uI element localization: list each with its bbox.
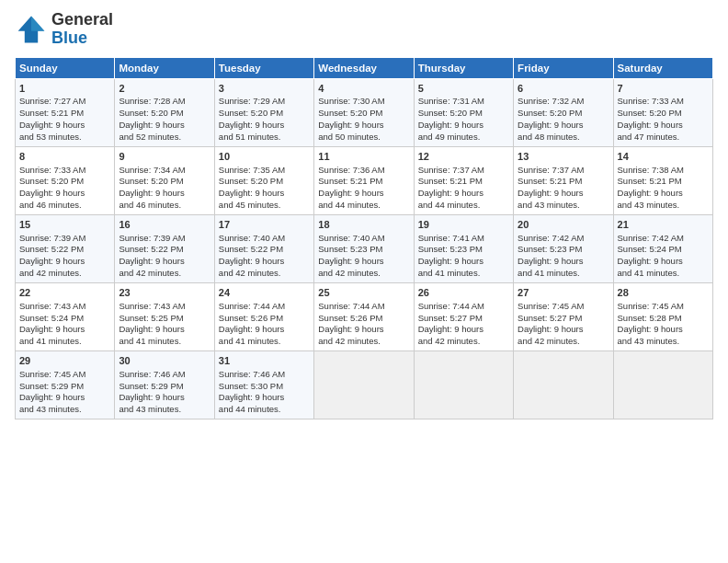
day-number: 12 — [418, 150, 509, 164]
day-number: 23 — [119, 286, 210, 300]
day-info-line: Sunset: 5:20 PM — [318, 108, 409, 120]
day-info-line: Sunrise: 7:46 AM — [119, 369, 210, 381]
day-info-line: Daylight: 9 hours — [318, 188, 409, 200]
day-info-line: Sunset: 5:20 PM — [518, 108, 609, 120]
day-info-line: Sunset: 5:21 PM — [19, 108, 110, 120]
day-info-line: Sunrise: 7:44 AM — [418, 301, 509, 313]
day-number: 24 — [219, 286, 310, 300]
day-number: 16 — [119, 218, 210, 232]
day-info-line: and 44 minutes. — [318, 200, 409, 212]
cell-week5-day2: 30Sunrise: 7:46 AMSunset: 5:29 PMDayligh… — [115, 350, 214, 419]
cell-week2-day4: 11Sunrise: 7:36 AMSunset: 5:21 PMDayligh… — [314, 146, 414, 214]
day-info-line: Sunrise: 7:39 AM — [19, 233, 110, 245]
week-row-2: 8Sunrise: 7:33 AMSunset: 5:20 PMDaylight… — [16, 146, 713, 214]
day-number: 31 — [219, 354, 310, 368]
day-info-line: Daylight: 9 hours — [618, 324, 709, 336]
day-info-line: Sunrise: 7:39 AM — [119, 233, 210, 245]
day-info-line: Daylight: 9 hours — [219, 392, 310, 404]
day-number: 3 — [219, 82, 310, 96]
day-info-line: and 46 minutes. — [119, 200, 210, 212]
day-number: 17 — [219, 218, 310, 232]
col-header-friday: Friday — [514, 57, 613, 78]
cell-week1-day2: 2Sunrise: 7:28 AMSunset: 5:20 PMDaylight… — [115, 78, 214, 146]
col-header-saturday: Saturday — [613, 57, 712, 78]
day-info-line: Sunset: 5:20 PM — [119, 176, 210, 188]
day-info-line: Daylight: 9 hours — [119, 256, 210, 268]
day-info-line: Sunrise: 7:29 AM — [219, 96, 310, 108]
day-info-line: Sunset: 5:30 PM — [219, 381, 310, 393]
day-info-line: Daylight: 9 hours — [518, 120, 609, 132]
day-info-line: Sunset: 5:26 PM — [318, 313, 409, 325]
day-number: 14 — [618, 150, 709, 164]
day-info-line: Sunrise: 7:43 AM — [19, 301, 110, 313]
day-info-line: Daylight: 9 hours — [318, 120, 409, 132]
day-info-line: Sunset: 5:28 PM — [618, 313, 709, 325]
day-info-line: Sunset: 5:22 PM — [219, 244, 310, 256]
cell-week1-day7: 7Sunrise: 7:33 AMSunset: 5:20 PMDaylight… — [613, 78, 712, 146]
day-info-line: Sunset: 5:24 PM — [618, 244, 709, 256]
col-header-wednesday: Wednesday — [314, 57, 414, 78]
col-header-thursday: Thursday — [414, 57, 513, 78]
day-info-line: Daylight: 9 hours — [19, 392, 110, 404]
cell-week5-day7 — [613, 350, 712, 419]
day-info-line: Sunset: 5:22 PM — [119, 244, 210, 256]
week-row-1: 1Sunrise: 7:27 AMSunset: 5:21 PMDaylight… — [16, 78, 713, 146]
day-number: 10 — [219, 150, 310, 164]
day-info-line: Daylight: 9 hours — [318, 256, 409, 268]
day-info-line: and 42 minutes. — [19, 268, 110, 280]
day-info-line: and 46 minutes. — [19, 200, 110, 212]
day-info-line: Daylight: 9 hours — [518, 188, 609, 200]
cell-week4-day6: 27Sunrise: 7:45 AMSunset: 5:27 PMDayligh… — [514, 282, 613, 350]
day-info-line: Sunrise: 7:40 AM — [318, 233, 409, 245]
logo-text: General Blue — [51, 11, 113, 48]
day-info-line: and 41 minutes. — [518, 268, 609, 280]
cell-week3-day1: 15Sunrise: 7:39 AMSunset: 5:22 PMDayligh… — [16, 214, 115, 282]
day-number: 13 — [518, 150, 609, 164]
day-info-line: and 53 minutes. — [19, 132, 110, 144]
day-info-line: Sunrise: 7:40 AM — [219, 233, 310, 245]
cell-week3-day6: 20Sunrise: 7:42 AMSunset: 5:23 PMDayligh… — [514, 214, 613, 282]
day-info-line: and 41 minutes. — [19, 336, 110, 348]
day-info-line: Sunrise: 7:30 AM — [318, 96, 409, 108]
cell-week4-day5: 26Sunrise: 7:44 AMSunset: 5:27 PMDayligh… — [414, 282, 513, 350]
header-row: SundayMondayTuesdayWednesdayThursdayFrid… — [16, 57, 713, 78]
day-info-line: Sunrise: 7:35 AM — [219, 165, 310, 177]
day-info-line: Sunrise: 7:45 AM — [19, 369, 110, 381]
day-info-line: Sunrise: 7:44 AM — [318, 301, 409, 313]
day-info-line: Sunrise: 7:46 AM — [219, 369, 310, 381]
cell-week2-day6: 13Sunrise: 7:37 AMSunset: 5:21 PMDayligh… — [514, 146, 613, 214]
day-number: 2 — [119, 82, 210, 96]
logo: General Blue — [15, 11, 113, 48]
cell-week5-day1: 29Sunrise: 7:45 AMSunset: 5:29 PMDayligh… — [16, 350, 115, 419]
day-info-line: Sunset: 5:20 PM — [618, 108, 709, 120]
cell-week3-day2: 16Sunrise: 7:39 AMSunset: 5:22 PMDayligh… — [115, 214, 214, 282]
day-info-line: Daylight: 9 hours — [219, 120, 310, 132]
day-info-line: Daylight: 9 hours — [518, 256, 609, 268]
day-info-line: Daylight: 9 hours — [19, 120, 110, 132]
day-number: 5 — [418, 82, 509, 96]
day-info-line: and 44 minutes. — [418, 200, 509, 212]
day-number: 4 — [318, 82, 409, 96]
day-info-line: and 44 minutes. — [219, 404, 310, 416]
day-number: 21 — [618, 218, 709, 232]
svg-marker-1 — [31, 16, 44, 30]
day-number: 19 — [418, 218, 509, 232]
day-info-line: and 41 minutes. — [119, 336, 210, 348]
day-info-line: Sunrise: 7:34 AM — [119, 165, 210, 177]
week-row-3: 15Sunrise: 7:39 AMSunset: 5:22 PMDayligh… — [16, 214, 713, 282]
day-info-line: Sunset: 5:21 PM — [418, 176, 509, 188]
day-info-line: and 43 minutes. — [618, 200, 709, 212]
day-info-line: and 52 minutes. — [119, 132, 210, 144]
day-info-line: and 42 minutes. — [119, 268, 210, 280]
day-number: 15 — [19, 218, 110, 232]
cell-week1-day1: 1Sunrise: 7:27 AMSunset: 5:21 PMDaylight… — [16, 78, 115, 146]
week-row-4: 22Sunrise: 7:43 AMSunset: 5:24 PMDayligh… — [16, 282, 713, 350]
day-info-line: Sunrise: 7:42 AM — [518, 233, 609, 245]
day-info-line: Sunrise: 7:36 AM — [318, 165, 409, 177]
cell-week2-day7: 14Sunrise: 7:38 AMSunset: 5:21 PMDayligh… — [613, 146, 712, 214]
day-info-line: Sunrise: 7:44 AM — [219, 301, 310, 313]
day-info-line: Daylight: 9 hours — [119, 188, 210, 200]
day-info-line: Daylight: 9 hours — [418, 188, 509, 200]
col-header-monday: Monday — [115, 57, 214, 78]
day-info-line: Daylight: 9 hours — [219, 324, 310, 336]
